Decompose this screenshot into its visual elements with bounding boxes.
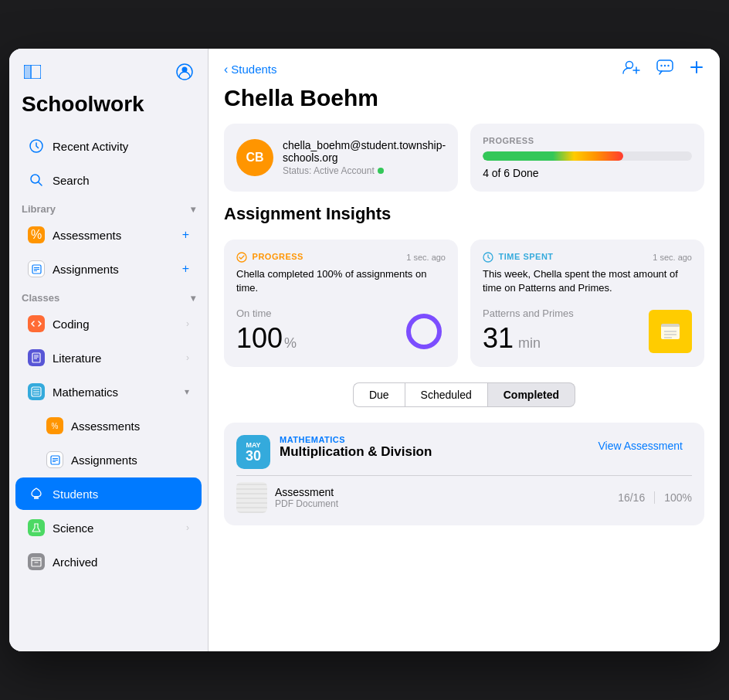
plus-icon[interactable] xyxy=(689,59,704,79)
on-time-label: On time xyxy=(236,308,297,319)
insight-progress-stat: On time 100 % xyxy=(236,308,446,355)
math-assessments-icon: % xyxy=(46,417,63,434)
insight-progress-type: PROGRESS xyxy=(236,252,303,263)
sidebar-top-bar xyxy=(9,61,208,92)
mathematics-icon xyxy=(28,383,45,400)
coding-label: Coding xyxy=(53,318,178,331)
insights-title: Assignment Insights xyxy=(224,204,704,224)
sidebar-item-mathematics[interactable]: Mathematics ▾ xyxy=(15,375,202,408)
sidebar-item-literature[interactable]: Literature › xyxy=(15,342,202,374)
sidebar-item-students[interactable]: Students xyxy=(15,477,202,510)
tab-scheduled[interactable]: Scheduled xyxy=(405,382,488,407)
literature-chevron-icon: › xyxy=(186,352,189,363)
progress-bar-container xyxy=(483,151,692,161)
main-content: ‹ Students xyxy=(209,49,720,651)
insight-time-header: TIME SPENT 1 sec. ago xyxy=(483,252,692,263)
svg-rect-24 xyxy=(34,496,39,499)
archived-label: Archived xyxy=(53,556,189,569)
sidebar-item-assignments[interactable]: Assignments + xyxy=(15,253,202,285)
library-section-label: Library ▾ xyxy=(9,197,208,218)
assessments-icon: % xyxy=(28,226,45,243)
subject-label: Patterns and Primes xyxy=(483,308,574,319)
assignment-card: MAY 30 MATHEMATICS Multiplication & Divi… xyxy=(224,423,704,525)
assignments-icon xyxy=(28,260,45,277)
tab-completed[interactable]: Completed xyxy=(488,382,575,407)
svg-rect-12 xyxy=(32,353,40,362)
doc-info: Assessment PDF Document xyxy=(275,486,338,509)
insight-card-time: TIME SPENT 1 sec. ago This week, Chella … xyxy=(470,240,704,367)
assignment-meta: MATHEMATICS Multiplication & Division xyxy=(280,435,580,460)
archived-icon xyxy=(28,553,45,570)
science-icon xyxy=(28,519,45,536)
assignment-date-badge: MAY 30 xyxy=(236,435,270,469)
doc-percent: 100% xyxy=(664,491,692,504)
profile-card: CB chella_boehm@student.township-schools… xyxy=(224,124,458,192)
svg-line-7 xyxy=(39,182,42,185)
profile-status: Status: Active Account xyxy=(283,165,446,176)
students-label: Students xyxy=(53,488,189,501)
literature-icon xyxy=(28,349,45,366)
svg-point-6 xyxy=(31,175,39,183)
assignments-add-icon[interactable]: + xyxy=(182,262,189,276)
literature-label: Literature xyxy=(53,352,178,365)
app-title: Schoolwork xyxy=(9,92,208,129)
tab-due[interactable]: Due xyxy=(353,382,405,407)
back-label: Students xyxy=(231,63,276,76)
sidebar-item-science[interactable]: Science › xyxy=(15,511,202,544)
sidebar-item-math-assignments[interactable]: Assignments xyxy=(15,443,202,476)
classes-chevron-icon[interactable]: ▾ xyxy=(191,293,195,304)
sidebar-item-coding[interactable]: Coding › xyxy=(15,308,202,340)
add-person-icon[interactable] xyxy=(622,59,641,79)
profile-email: chella_boehm@student.township-schools.or… xyxy=(283,139,446,164)
classes-section-label: Classes ▾ xyxy=(9,286,208,307)
profile-icon[interactable] xyxy=(174,61,195,83)
insight-time-desc: This week, Chella spent the most amount … xyxy=(483,267,692,295)
math-assignments-label: Assignments xyxy=(71,454,189,467)
mathematics-label: Mathematics xyxy=(53,386,177,399)
search-label: Search xyxy=(53,174,189,187)
doc-name: Assessment xyxy=(275,486,338,498)
coding-chevron-icon: › xyxy=(186,318,189,329)
app-window: Schoolwork Recent Activity Search Librar… xyxy=(9,49,720,651)
profile-info: chella_boehm@student.township-schools.or… xyxy=(283,139,446,176)
assignment-class: MATHEMATICS xyxy=(280,435,580,444)
message-icon[interactable] xyxy=(656,59,673,79)
sidebar-item-search[interactable]: Search xyxy=(15,164,202,196)
insights-row: PROGRESS 1 sec. ago Chella completed 100… xyxy=(224,240,704,367)
progress-bar xyxy=(483,151,622,161)
coding-icon xyxy=(28,315,45,332)
sidebar-item-recent-activity[interactable]: Recent Activity xyxy=(15,130,202,162)
assessments-add-icon[interactable]: + xyxy=(182,228,189,242)
progress-done-text: 4 of 6 Done xyxy=(483,167,692,179)
science-chevron-icon: › xyxy=(186,522,189,533)
progress-label: PROGRESS xyxy=(483,136,692,145)
svg-point-33 xyxy=(660,65,662,66)
sidebar-toggle-icon[interactable] xyxy=(22,61,43,83)
svg-point-38 xyxy=(237,253,246,262)
svg-rect-27 xyxy=(32,558,41,560)
assignment-divider xyxy=(236,475,692,476)
sidebar-item-math-assessments[interactable]: % Assessments xyxy=(15,409,202,442)
donut-chart xyxy=(402,310,446,353)
status-active-indicator xyxy=(378,168,384,174)
doc-stats: 16/16 100% xyxy=(618,491,692,504)
sidebar-item-assessments[interactable]: % Assessments + xyxy=(15,219,202,251)
view-assessment-button[interactable]: View Assessment xyxy=(589,435,692,457)
on-time-unit: % xyxy=(284,335,297,352)
back-navigation[interactable]: ‹ Students xyxy=(224,63,277,76)
main-header: ‹ Students xyxy=(209,49,720,79)
sidebar-item-archived[interactable]: Archived xyxy=(15,545,202,578)
assignment-doc-row: Assessment PDF Document 16/16 100% xyxy=(236,482,692,513)
svg-point-40 xyxy=(409,316,439,347)
badge-day: 30 xyxy=(246,449,261,463)
doc-stat-divider xyxy=(654,491,655,504)
svg-point-35 xyxy=(667,65,669,66)
library-chevron-icon[interactable]: ▾ xyxy=(191,204,195,215)
mathematics-chevron-icon[interactable]: ▾ xyxy=(185,386,189,397)
math-assignments-icon xyxy=(46,451,63,468)
insight-time-type: TIME SPENT xyxy=(483,252,554,263)
header-actions xyxy=(622,59,704,79)
assignment-header: MAY 30 MATHEMATICS Multiplication & Divi… xyxy=(236,435,692,469)
search-icon xyxy=(28,172,45,189)
students-icon xyxy=(28,485,45,502)
